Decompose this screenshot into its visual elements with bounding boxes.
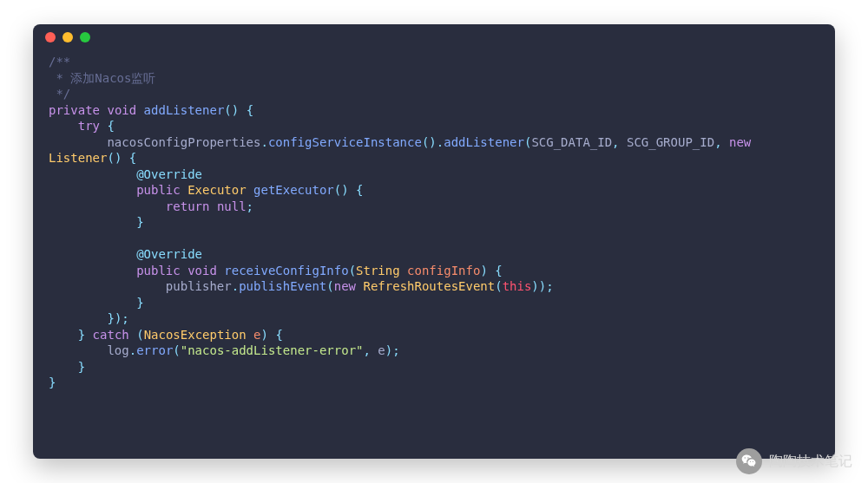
type-refresh-routes-event: RefreshRoutesEvent [363,279,495,293]
method-getExecutor: getExecutor [253,183,334,197]
ident-nacosConfigProperties: nacosConfigProperties [107,135,260,149]
method-addListener: addListener [144,103,225,117]
method-addListener-call: addListener [444,135,524,149]
keyword-return: return [166,199,210,213]
keyword-private: private [49,103,100,117]
minimize-icon[interactable] [62,32,73,42]
param-e: e [253,328,260,342]
ident-e: e [378,343,385,357]
method-publishEvent: publishEvent [239,279,326,293]
const-scg-data-id: SCG_DATA_ID [531,135,612,149]
keyword-catch: catch [93,328,129,342]
watermark-text: 陶陶技术笔记 [769,453,852,471]
code-block: /** * 添加Nacos监听 */ private void addListe… [33,50,835,407]
keyword-new: new [334,279,356,293]
string-literal: "nacos-addListener-error" [181,343,364,357]
annotation-override: @Override [136,247,202,261]
param-configInfo: configInfo [407,264,480,277]
ident-publisher: publisher [166,279,232,293]
type-listener: Listener [49,151,107,165]
type-nacos-exception: NacosException [144,328,247,342]
keyword-null: null [217,199,247,213]
comment-line: * 添加Nacos监听 [49,71,155,85]
comment-line: */ [49,87,70,101]
maximize-icon[interactable] [80,32,90,42]
method-error: error [136,343,173,357]
keyword-new: new [729,135,751,149]
type-string: String [356,264,400,277]
keyword-try: try [78,119,100,133]
wechat-icon [736,448,762,474]
watermark: 陶陶技术笔记 [736,448,852,474]
keyword-void: void [107,103,136,117]
ident-log: log [107,343,128,357]
keyword-public: public [136,264,181,277]
window-titlebar [33,24,835,50]
type-executor: Executor [187,183,246,197]
comment-line: /** [49,55,70,69]
keyword-void: void [187,264,217,277]
method-configServiceInstance: configServiceInstance [268,135,422,149]
code-window: /** * 添加Nacos监听 */ private void addListe… [33,24,835,459]
close-icon[interactable] [45,32,56,42]
method-receiveConfigInfo: receiveConfigInfo [224,264,348,277]
annotation-override: @Override [136,167,202,181]
keyword-this: this [503,279,532,293]
const-scg-group-id: SCG_GROUP_ID [627,135,714,149]
keyword-public: public [136,183,181,197]
